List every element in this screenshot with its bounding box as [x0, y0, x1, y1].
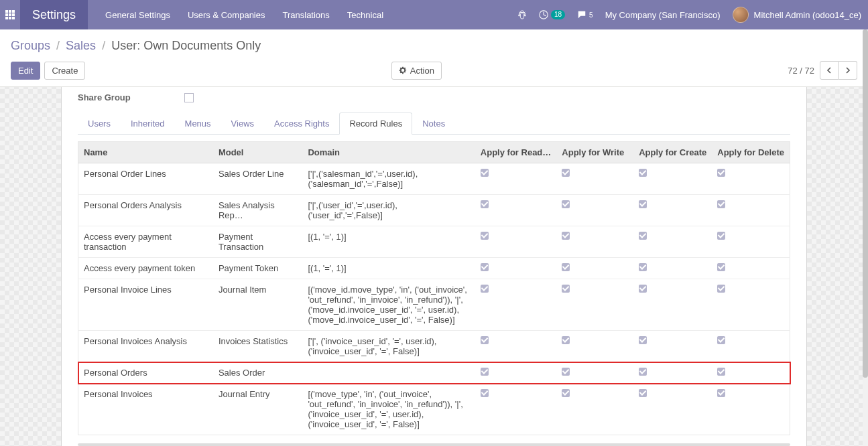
- nav-item-users[interactable]: Users & Companies: [188, 10, 265, 20]
- tab-menus[interactable]: Menus: [175, 113, 221, 135]
- check-icon: [562, 389, 570, 397]
- messages-icon[interactable]: 5: [577, 10, 593, 19]
- cell-model: Sales Order: [213, 362, 303, 384]
- tab-notes[interactable]: Notes: [412, 113, 455, 135]
- nav-item-general[interactable]: General Settings: [105, 10, 170, 20]
- cell-name: Access every payment token: [78, 258, 213, 279]
- table-row[interactable]: Personal InvoicesJournal Entry[('move_ty…: [78, 384, 790, 435]
- pager-next[interactable]: [839, 61, 857, 80]
- cell-read: [475, 384, 556, 435]
- cell-create: [633, 195, 712, 226]
- edit-button[interactable]: Edit: [11, 62, 40, 80]
- cell-read: [475, 226, 556, 258]
- table-horizontal-scrollbar[interactable]: [78, 443, 790, 446]
- cell-name: Access every payment transaction: [78, 226, 213, 258]
- check-icon: [481, 368, 489, 376]
- cell-read: [475, 163, 556, 195]
- col-domain[interactable]: Domain: [302, 142, 475, 163]
- cell-delete: [712, 258, 790, 279]
- cell-create: [633, 163, 712, 195]
- app-brand[interactable]: Settings: [20, 0, 88, 29]
- tab-users[interactable]: Users: [78, 113, 121, 135]
- check-icon: [639, 200, 647, 208]
- check-icon: [717, 263, 725, 271]
- avatar: [733, 7, 749, 23]
- breadcrumb-groups[interactable]: Groups: [11, 39, 50, 52]
- table-row[interactable]: Personal Invoices AnalysisInvoices Stati…: [78, 331, 790, 362]
- breadcrumb: Groups / Sales / User: Own Documents Onl…: [11, 39, 857, 53]
- cell-delete: [712, 362, 790, 384]
- activities-icon[interactable]: 18: [539, 10, 565, 19]
- pager-prev[interactable]: [820, 61, 839, 80]
- user-name: Mitchell Admin (odoo14_ce): [754, 10, 861, 20]
- tab-inherited[interactable]: Inherited: [121, 113, 175, 135]
- cell-write: [556, 279, 633, 331]
- cell-name: Personal Orders: [78, 362, 213, 384]
- table-row[interactable]: Personal OrdersSales Order: [78, 362, 790, 384]
- col-create[interactable]: Apply for Create: [633, 142, 712, 163]
- col-read[interactable]: Apply for Read…: [475, 142, 556, 163]
- check-icon: [562, 200, 570, 208]
- debug-icon[interactable]: [517, 10, 527, 19]
- svg-rect-0: [5, 10, 8, 13]
- table-row[interactable]: Personal Orders AnalysisSales Analysis R…: [78, 195, 790, 226]
- nav-menu: General Settings Users & Companies Trans…: [105, 10, 383, 20]
- check-icon: [639, 336, 647, 344]
- col-write[interactable]: Apply for Write: [556, 142, 633, 163]
- pager-value: 72 / 72: [788, 66, 814, 76]
- pager: 72 / 72: [788, 61, 857, 80]
- check-icon: [562, 263, 570, 271]
- table-row[interactable]: Access every payment transactionPayment …: [78, 226, 790, 258]
- apps-button[interactable]: [0, 0, 20, 29]
- check-icon: [562, 285, 570, 293]
- nav-item-technical[interactable]: Technical: [347, 10, 383, 20]
- company-switcher[interactable]: My Company (San Francisco): [605, 10, 721, 20]
- tab-record-rules[interactable]: Record Rules: [339, 113, 412, 135]
- cell-model: Journal Entry: [213, 384, 303, 435]
- share-group-label: Share Group: [78, 92, 131, 102]
- table-row[interactable]: Access every payment tokenPayment Token[…: [78, 258, 790, 279]
- svg-rect-1: [9, 10, 11, 13]
- check-icon: [717, 169, 725, 177]
- cell-name: Personal Invoices: [78, 384, 213, 435]
- messages-badge: 5: [589, 11, 593, 19]
- action-button[interactable]: Action: [391, 62, 442, 80]
- cell-model: Sales Order Line: [213, 163, 303, 195]
- svg-rect-7: [9, 17, 11, 19]
- check-icon: [481, 285, 489, 293]
- tabs: Users Inherited Menus Views Access Right…: [78, 112, 790, 135]
- table-row[interactable]: Personal Invoice LinesJournal Item[('mov…: [78, 279, 790, 331]
- scrollbar-thumb[interactable]: [863, 29, 868, 378]
- tab-views[interactable]: Views: [221, 113, 264, 135]
- user-menu[interactable]: Mitchell Admin (odoo14_ce): [733, 7, 861, 23]
- cell-write: [556, 384, 633, 435]
- cell-write: [556, 258, 633, 279]
- cell-name: Personal Invoice Lines: [78, 279, 213, 331]
- chevron-left-icon: [826, 67, 832, 74]
- col-model[interactable]: Model: [213, 142, 303, 163]
- cell-read: [475, 362, 556, 384]
- cell-delete: [712, 226, 790, 258]
- svg-rect-4: [9, 13, 11, 16]
- check-icon: [562, 232, 570, 240]
- share-group-checkbox[interactable]: [184, 93, 194, 102]
- cell-delete: [712, 384, 790, 435]
- cell-write: [556, 226, 633, 258]
- check-icon: [717, 232, 725, 240]
- check-icon: [562, 336, 570, 344]
- cell-create: [633, 279, 712, 331]
- col-name[interactable]: Name: [78, 142, 213, 163]
- table-row[interactable]: Personal Order LinesSales Order Line['|'…: [78, 163, 790, 195]
- col-delete[interactable]: Apply for Delete: [712, 142, 790, 163]
- check-icon: [717, 285, 725, 293]
- nav-item-trans[interactable]: Translations: [283, 10, 330, 20]
- cell-write: [556, 362, 633, 384]
- cell-create: [633, 331, 712, 362]
- form-sheet: Share Group Users Inherited Menus Views …: [61, 87, 807, 446]
- cell-name: Personal Invoices Analysis: [78, 331, 213, 362]
- cell-write: [556, 195, 633, 226]
- tab-access-rights[interactable]: Access Rights: [264, 113, 339, 135]
- breadcrumb-sales[interactable]: Sales: [66, 39, 96, 52]
- check-icon: [717, 368, 725, 376]
- vertical-scrollbar[interactable]: [863, 29, 868, 446]
